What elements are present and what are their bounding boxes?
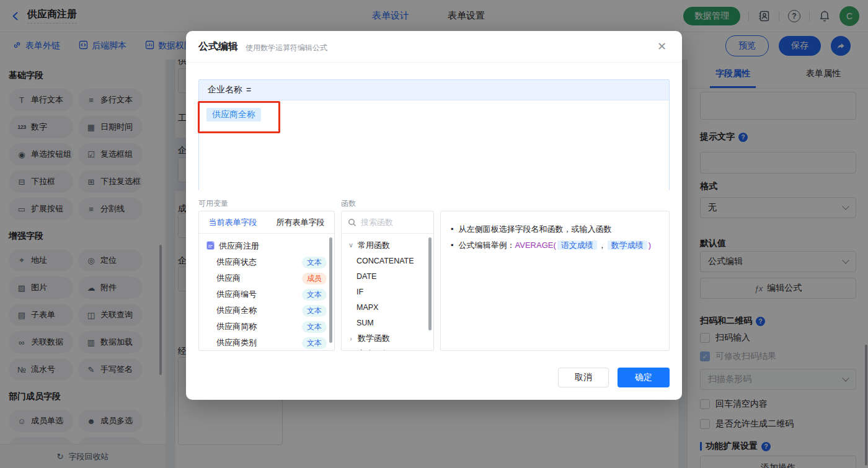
functions-label: 函数	[341, 198, 356, 209]
bullet-icon: •	[451, 221, 454, 237]
formula-body[interactable]: 供应商全称	[199, 100, 669, 191]
variable-field-name: 供应商状态	[216, 257, 298, 268]
field-type-badge: 文本	[302, 289, 327, 301]
cancel-button[interactable]: 取消	[558, 368, 609, 387]
function-search[interactable]: 搜索函数	[342, 211, 433, 234]
variable-field-供应商类别[interactable]: 供应商类别文本	[199, 335, 334, 351]
variable-field-name: 供应商	[216, 273, 298, 284]
tips-panel: • 从左侧面板选择字段名和函数，或输入函数 • 公式编辑举例：AVERAGE(语…	[440, 211, 670, 351]
variable-field-供应商全称[interactable]: 供应商全称文本	[199, 302, 334, 319]
function-item-DATE[interactable]: DATE	[342, 268, 433, 284]
caret-down-icon: ∨	[348, 241, 354, 249]
example-field-chip: 语文成绩	[557, 241, 597, 250]
function-group-label: 数学函数	[358, 333, 390, 344]
field-type-badge: 文本	[302, 257, 327, 268]
function-group-label: 文本函数	[358, 348, 390, 351]
formula-edit-modal: 公式编辑 使用数学运算符编辑公式 ✕ 企业名称= 供应商全称 可用变量 函数 当…	[186, 31, 682, 400]
variables-panel: 当前表单字段所有表单字段 供应商注册供应商状态文本供应商成员供应商编号文本供应商…	[198, 211, 335, 351]
function-group-数学函数[interactable]: ›数学函数	[342, 330, 433, 346]
formula-editor[interactable]: 企业名称= 供应商全称	[198, 79, 670, 191]
variable-field-name: 供应商类别	[216, 337, 298, 348]
function-item-IF[interactable]: IF	[342, 284, 433, 299]
field-type-badge: 成员	[302, 273, 327, 285]
caret-right-icon: ›	[348, 335, 354, 342]
variable-field-供应商简称[interactable]: 供应商简称文本	[199, 319, 334, 335]
field-type-badge: 文本	[302, 305, 327, 317]
document-icon	[206, 241, 215, 252]
variables-root-label: 供应商注册	[219, 241, 334, 252]
confirm-button[interactable]: 确定	[618, 368, 670, 387]
function-group-常用函数[interactable]: ∨常用函数	[342, 237, 433, 253]
formula-field-chip[interactable]: 供应商全称	[206, 108, 261, 121]
modal-header: 公式编辑 使用数学运算符编辑公式 ✕	[186, 31, 682, 63]
function-item-SUM[interactable]: SUM	[342, 315, 433, 330]
modal-subtitle: 使用数学运算符编辑公式	[246, 43, 327, 53]
function-item-CONCATENATE[interactable]: CONCATENATE	[342, 253, 433, 268]
variables-tab-1[interactable]: 当前表单字段	[199, 211, 267, 233]
field-type-badge: 文本	[302, 321, 327, 333]
variables-scrollbar[interactable]	[329, 237, 332, 343]
function-group-文本函数[interactable]: ›文本函数	[342, 346, 433, 351]
function-item-MAPX[interactable]: MAPX	[342, 299, 433, 315]
close-icon[interactable]: ✕	[657, 40, 666, 53]
function-group-label: 常用函数	[358, 240, 390, 251]
variables-tree-root[interactable]: 供应商注册	[199, 238, 334, 254]
modal-title: 公式编辑	[198, 40, 238, 53]
search-icon	[348, 218, 356, 227]
variable-field-name: 供应商编号	[216, 289, 298, 300]
variables-label: 可用变量	[198, 198, 228, 209]
functions-scrollbar[interactable]	[428, 237, 432, 330]
variables-tab-2[interactable]: 所有表单字段	[267, 211, 334, 233]
example-function: AVERAGE(	[515, 241, 556, 250]
caret-right-icon: ›	[348, 350, 354, 351]
variable-field-name: 供应商简称	[216, 321, 298, 332]
field-type-badge: 文本	[302, 337, 327, 349]
app: 供应商注册 表单设计表单设置 数据管理 ? C 表单外链后端脚本数据权限	[0, 0, 868, 468]
bullet-icon: •	[451, 237, 454, 254]
variable-field-供应商编号[interactable]: 供应商编号文本	[199, 286, 334, 302]
formula-target-row: 企业名称=	[199, 80, 669, 100]
example-field-chip: 数学成绩	[608, 241, 647, 250]
variable-field-name: 供应商全称	[216, 305, 298, 316]
variable-field-供应商状态[interactable]: 供应商状态文本	[199, 254, 334, 270]
search-placeholder: 搜索函数	[361, 217, 393, 228]
variable-field-供应商[interactable]: 供应商成员	[199, 270, 334, 286]
tip-line-2: • 公式编辑举例：AVERAGE(语文成绩，数学成绩)	[451, 237, 659, 254]
tip-line-1: • 从左侧面板选择字段名和函数，或输入函数	[451, 221, 659, 237]
functions-panel: 搜索函数 ∨常用函数CONCATENATEDATEIFMAPXSUM›数学函数›…	[341, 211, 434, 351]
